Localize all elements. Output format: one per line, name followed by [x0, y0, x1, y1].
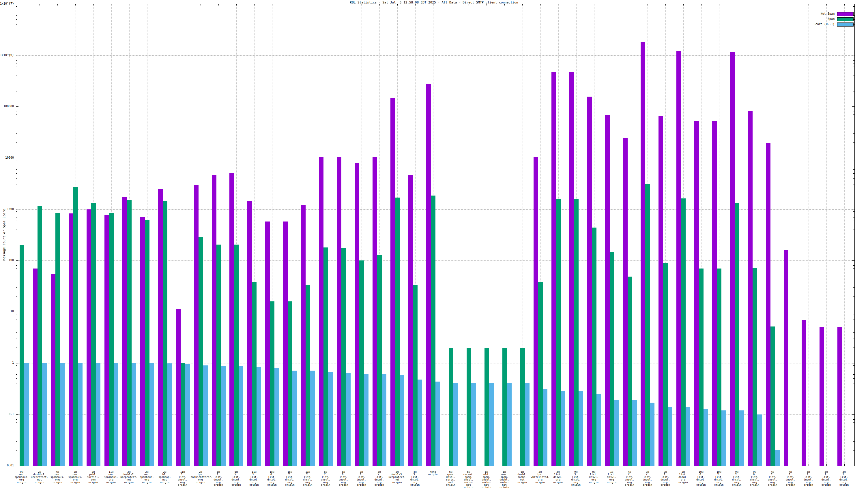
y-tick-mark	[16, 430, 17, 430]
bar-not-spam	[623, 138, 628, 466]
y-tick-mark	[16, 4, 19, 4]
y-tick-mark	[16, 338, 17, 339]
y-tick-mark	[16, 272, 17, 272]
x-category-label: 0@ list. dnswl. org origin	[584, 471, 604, 484]
x-tick-mark-top	[487, 4, 487, 5]
y-tick-mark	[16, 281, 17, 281]
y-tick-mark	[16, 194, 17, 194]
x-category-label: 9@ 3. list. dnswl. org origin	[566, 471, 586, 486]
bar-score	[400, 375, 404, 466]
legend-row: Spam	[779, 17, 854, 21]
legend-swatch-score-0-1-	[837, 23, 854, 27]
bar-not-spam	[802, 320, 806, 466]
y-tick-mark-right	[853, 390, 855, 390]
bar-score	[24, 363, 29, 466]
y-tick-mark	[16, 178, 17, 178]
y-tick-label: 1000	[0, 207, 14, 210]
y-tick-mark	[16, 422, 17, 423]
y-tick-mark	[16, 71, 17, 71]
bar-spam	[645, 184, 650, 466]
bar-spam	[628, 276, 632, 466]
y-tick-label: 1x10^{6}	[0, 53, 14, 57]
y-tick-mark	[16, 163, 17, 163]
bar-score	[650, 403, 654, 466]
y-tick-mark	[16, 24, 17, 25]
bar-not-spam	[748, 111, 752, 466]
legend-label: Not Spam	[821, 12, 835, 15]
y-tick-mark	[16, 6, 17, 7]
x-category-label: 9@ 0. list. dnswl. org origin	[745, 471, 765, 486]
bar-not-spam	[784, 250, 788, 466]
y-tick-mark	[16, 348, 17, 348]
y-tick-mark	[16, 323, 17, 323]
x-category-label: 4@ zen. spamhaus. org origin	[48, 471, 67, 484]
bar-spam	[145, 220, 150, 466]
y-tick-mark	[16, 111, 17, 112]
x-tick-mark-top	[737, 4, 737, 5]
y-tick-mark-right	[853, 166, 855, 166]
y-tick-mark-right	[852, 158, 855, 158]
bar-spam	[663, 263, 668, 466]
y-tick-mark-right	[853, 60, 855, 61]
bar-not-spam	[676, 51, 681, 466]
y-tick-mark-right	[853, 384, 855, 384]
bar-spam	[73, 187, 78, 466]
x-tick-mark-top	[665, 4, 666, 5]
bar-score	[417, 380, 422, 466]
bar-spam	[485, 348, 489, 466]
bar-score	[686, 407, 690, 466]
y-tick-mark	[16, 368, 17, 368]
x-category-label: 2@ ips. whitelisted. org origin	[530, 471, 550, 484]
x-category-label: 3@ Y. list. dnswl. org origin	[369, 471, 389, 486]
x-tick-mark-top	[522, 4, 523, 5]
y-tick-mark-right	[853, 40, 855, 40]
y-tick-mark-right	[853, 142, 855, 143]
x-category-label: 2@ dnsbl-1. uceprotect. net origin	[30, 471, 49, 484]
bar-not-spam	[641, 42, 645, 466]
bar-not-spam	[87, 209, 91, 466]
x-category-label: 2@ dnsbl-3. uceprotect. net origin	[387, 471, 407, 484]
y-tick-mark	[16, 60, 17, 61]
y-tick-label: 100	[0, 258, 14, 262]
bar-score	[489, 383, 494, 466]
x-tick-mark-top	[379, 4, 380, 5]
x-category-label: 11@ zen. spamhaus. org origin	[101, 471, 121, 484]
y-tick-mark	[16, 399, 17, 399]
y-tick-mark	[16, 109, 17, 109]
legend-swatch-spam	[837, 17, 854, 21]
y-tick-mark-right	[853, 419, 855, 420]
bar-not-spam	[122, 197, 127, 466]
x-tick-mark-top	[344, 4, 344, 5]
y-tick-mark-right	[853, 441, 855, 442]
bar-score	[292, 370, 297, 466]
bar-score	[239, 366, 243, 466]
bar-score	[42, 363, 47, 466]
x-category-label: 2@ ips. backscatterer. org origin	[191, 471, 210, 484]
x-tick-mark-top	[236, 4, 237, 5]
x-tick-mark-top	[540, 4, 540, 5]
x-category-label: 2@ psbl. surriel. com origin	[83, 471, 103, 484]
y-tick-mark	[16, 158, 19, 158]
x-category-label: 3@ zen. spamhaus. org origin	[65, 471, 85, 484]
y-tick-mark	[16, 40, 17, 40]
x-tick-mark-top	[558, 4, 558, 5]
x-category-label: 15@ 0. list. dnswl. org origin	[262, 471, 282, 486]
x-tick-mark-top	[326, 4, 326, 5]
x-tick-mark-top	[290, 4, 290, 5]
y-tick-mark-right	[853, 276, 855, 276]
x-tick-mark-top	[362, 4, 362, 5]
bar-not-spam	[337, 157, 341, 466]
y-tick-mark-right	[853, 118, 855, 118]
bar-spam	[538, 282, 543, 466]
y-tick-mark	[16, 115, 17, 115]
bar-not-spam	[730, 52, 735, 466]
x-category-label: 11@ 1. list. dnswl. org origin	[173, 471, 192, 486]
y-tick-mark-right	[853, 317, 855, 317]
y-tick-mark-right	[853, 268, 855, 268]
bar-spam	[681, 198, 686, 466]
y-tick-mark-right	[853, 163, 855, 163]
bar-score	[96, 363, 100, 466]
x-category-label: 2@ dnsbl-2. uceprotect. net origin	[119, 471, 139, 484]
bar-score	[632, 400, 637, 466]
bar-spam	[502, 348, 507, 466]
